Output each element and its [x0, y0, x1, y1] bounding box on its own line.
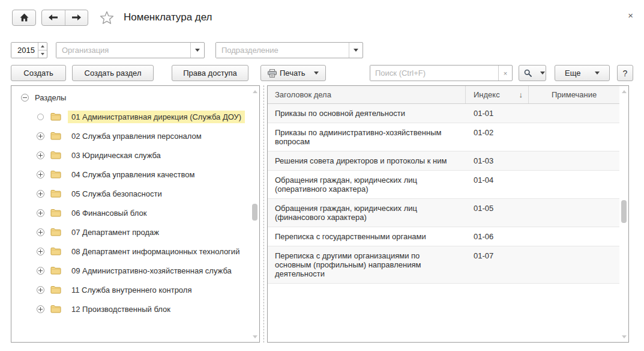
- column-header-note[interactable]: Примечание: [529, 86, 619, 103]
- table-header: Заголовок дела Индекс ↓ Примечание: [268, 86, 619, 104]
- search-clear-button[interactable]: ×: [498, 66, 512, 81]
- cell-index: 01-01: [466, 104, 529, 123]
- cell-note: [529, 227, 619, 246]
- expand-icon[interactable]: [37, 151, 44, 159]
- search-input[interactable]: [370, 66, 498, 81]
- sections-tree: Разделы 01 Административная дирекция (Сл…: [11, 86, 259, 319]
- create-button[interactable]: Создать: [11, 65, 66, 81]
- favorite-star-button[interactable]: [100, 11, 114, 25]
- page-title: Номенклатура дел: [124, 11, 212, 23]
- cell-title: Обращения граждан, юридических лиц (опер…: [268, 171, 466, 198]
- scroll-up-button[interactable]: [619, 87, 628, 96]
- cell-note: [529, 104, 619, 123]
- expand-icon[interactable]: [37, 132, 44, 140]
- expand-icon[interactable]: [37, 267, 44, 275]
- expand-icon[interactable]: [37, 190, 44, 198]
- expand-icon[interactable]: [37, 228, 44, 236]
- scroll-down-icon: [253, 335, 257, 338]
- cell-note: [529, 123, 619, 151]
- search-options-button[interactable]: [519, 65, 546, 81]
- chevron-down-icon: [314, 72, 319, 75]
- access-rights-button[interactable]: Права доступа: [172, 65, 248, 81]
- cases-table-panel: Заголовок дела Индекс ↓ Примечание Прика…: [267, 85, 629, 343]
- department-input[interactable]: [216, 43, 349, 58]
- folder-icon: [50, 189, 61, 198]
- expand-icon[interactable]: [37, 209, 44, 217]
- table-scrollbar[interactable]: [619, 86, 628, 342]
- back-button[interactable]: [42, 10, 65, 25]
- scroll-down-button[interactable]: [619, 332, 628, 341]
- scroll-thumb[interactable]: [621, 200, 627, 223]
- create-section-button[interactable]: Создать раздел: [72, 65, 154, 81]
- home-button[interactable]: [12, 10, 36, 26]
- department-dropdown-button[interactable]: [349, 43, 363, 58]
- tree-root-label: Разделы: [35, 93, 66, 102]
- tree-item[interactable]: 12 Производственный блок: [11, 299, 259, 319]
- chevron-down-icon: [595, 72, 600, 75]
- table-row[interactable]: Приказы по основной деятельности 01-01: [268, 104, 619, 123]
- column-header-index[interactable]: Индекс ↓: [466, 86, 529, 103]
- column-header-title[interactable]: Заголовок дела: [268, 86, 466, 103]
- title-bar: Номенклатура дел ×: [12, 8, 633, 26]
- tree-root-row[interactable]: Разделы: [11, 88, 259, 107]
- help-button[interactable]: ?: [617, 65, 633, 81]
- cell-note: [529, 199, 619, 227]
- table-row[interactable]: Обращения граждан, юридических лиц (опер…: [268, 171, 619, 199]
- tree-item[interactable]: 04 Служба управления качеством: [11, 165, 259, 184]
- organization-input[interactable]: [56, 43, 190, 58]
- history-nav-group: [41, 10, 88, 26]
- tree-scrollbar[interactable]: [250, 86, 259, 342]
- expand-icon[interactable]: [37, 305, 44, 313]
- expand-icon[interactable]: [37, 248, 44, 255]
- cell-index: 01-02: [466, 123, 529, 151]
- folder-icon: [50, 132, 61, 140]
- table-row[interactable]: Переписка с другими организациями по осн…: [268, 246, 619, 284]
- folder-icon: [50, 151, 61, 159]
- table-row[interactable]: Решения совета директоров и протоколы к …: [268, 151, 619, 171]
- scroll-up-icon: [622, 90, 627, 93]
- command-bar: Создать Создать раздел Права доступа Печ…: [11, 65, 633, 81]
- more-button[interactable]: Еще: [555, 65, 610, 81]
- table-row[interactable]: Обращения граждан, юридических лиц (фина…: [268, 199, 619, 227]
- tree-item[interactable]: 09 Административно-хозяйственная служба: [11, 261, 259, 280]
- forward-button[interactable]: [65, 10, 88, 25]
- scroll-up-button[interactable]: [250, 87, 259, 96]
- cell-title: Обращения граждан, юридических лиц (фина…: [268, 199, 466, 227]
- chevron-down-icon: [354, 49, 358, 52]
- table-row[interactable]: Переписка с государственными органами 01…: [268, 227, 619, 246]
- tree-item[interactable]: 07 Департамент продаж: [11, 222, 259, 242]
- folder-icon: [50, 266, 61, 275]
- tree-item[interactable]: 02 Служба управления персоналом: [11, 126, 259, 145]
- tree-item[interactable]: 06 Финансовый блок: [11, 203, 259, 222]
- organization-dropdown-button[interactable]: [190, 43, 204, 58]
- scroll-up-icon: [253, 90, 257, 93]
- tree-item-label: 09 Административно-хозяйственная служба: [68, 264, 235, 277]
- close-button[interactable]: ×: [628, 11, 633, 20]
- tree-item[interactable]: 11 Служба внутреннего контроля: [11, 280, 259, 299]
- cell-index: 01-06: [466, 227, 529, 246]
- panel-splitter[interactable]: [263, 85, 264, 343]
- year-input[interactable]: [11, 43, 38, 58]
- tree-item[interactable]: 03 Юридическая служба: [11, 145, 259, 165]
- spin-down-icon: [41, 53, 44, 55]
- collapse-icon[interactable]: [21, 94, 29, 102]
- year-decrement-button[interactable]: [38, 50, 47, 58]
- scroll-thumb[interactable]: [252, 204, 257, 221]
- print-button[interactable]: Печать: [260, 65, 326, 81]
- year-increment-button[interactable]: [38, 43, 47, 50]
- tree-item[interactable]: 08 Департамент информационных технологий: [11, 242, 259, 261]
- expand-icon[interactable]: [37, 171, 44, 179]
- cell-title: Переписка с другими организациями по осн…: [268, 246, 466, 283]
- expand-icon[interactable]: [37, 286, 44, 294]
- department-combobox: [215, 42, 363, 58]
- scroll-down-button[interactable]: [250, 332, 259, 341]
- cell-index: 01-04: [466, 171, 529, 198]
- tree-item[interactable]: 01 Административная дирекция (Служба ДОУ…: [11, 107, 259, 126]
- folder-icon: [50, 285, 61, 294]
- cell-note: [529, 246, 619, 283]
- table-row[interactable]: Приказы по административно-хозяйственным…: [268, 123, 619, 151]
- sort-descending-icon: ↓: [519, 90, 523, 99]
- cell-title: Приказы по административно-хозяйственным…: [268, 123, 466, 151]
- tree-item[interactable]: 05 Служба безопасности: [11, 184, 259, 203]
- table-body: Приказы по основной деятельности 01-01 П…: [268, 104, 619, 284]
